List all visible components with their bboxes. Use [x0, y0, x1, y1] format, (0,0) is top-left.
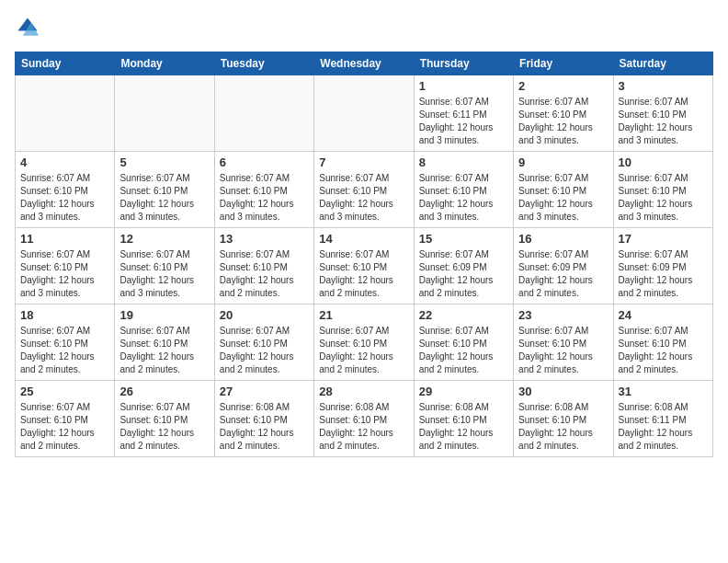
day-number: 15	[419, 232, 508, 246]
calendar-day-cell: 27Sunrise: 6:08 AM Sunset: 6:10 PM Dayli…	[214, 381, 313, 457]
weekday-header: Friday	[514, 52, 613, 75]
calendar-day-cell: 12Sunrise: 6:07 AM Sunset: 6:10 PM Dayli…	[115, 228, 214, 304]
calendar-day-cell: 2Sunrise: 6:07 AM Sunset: 6:10 PM Daylig…	[514, 75, 613, 152]
day-info: Sunrise: 6:08 AM Sunset: 6:10 PM Dayligh…	[419, 401, 508, 453]
calendar-day-cell	[16, 75, 115, 152]
day-number: 8	[419, 155, 508, 169]
calendar-day-cell: 24Sunrise: 6:07 AM Sunset: 6:10 PM Dayli…	[613, 304, 712, 381]
calendar-day-cell: 15Sunrise: 6:07 AM Sunset: 6:09 PM Dayli…	[414, 228, 513, 304]
day-number: 1	[419, 79, 508, 93]
page-header	[15, 15, 713, 40]
logo-icon	[15, 15, 40, 40]
day-info: Sunrise: 6:07 AM Sunset: 6:10 PM Dayligh…	[518, 172, 608, 224]
calendar-day-cell: 26Sunrise: 6:07 AM Sunset: 6:10 PM Dayli…	[115, 381, 214, 457]
day-number: 14	[319, 232, 408, 246]
day-info: Sunrise: 6:08 AM Sunset: 6:10 PM Dayligh…	[319, 401, 408, 453]
day-info: Sunrise: 6:07 AM Sunset: 6:10 PM Dayligh…	[419, 325, 508, 376]
day-info: Sunrise: 6:08 AM Sunset: 6:10 PM Dayligh…	[220, 401, 309, 453]
calendar-day-cell: 14Sunrise: 6:07 AM Sunset: 6:10 PM Dayli…	[314, 228, 414, 304]
calendar-day-cell: 4Sunrise: 6:07 AM Sunset: 6:10 PM Daylig…	[16, 152, 115, 228]
day-number: 25	[20, 385, 109, 398]
calendar-day-cell: 19Sunrise: 6:07 AM Sunset: 6:10 PM Dayli…	[115, 304, 214, 381]
calendar-day-cell: 28Sunrise: 6:08 AM Sunset: 6:10 PM Dayli…	[314, 381, 414, 457]
day-info: Sunrise: 6:07 AM Sunset: 6:10 PM Dayligh…	[518, 96, 608, 147]
day-info: Sunrise: 6:08 AM Sunset: 6:10 PM Dayligh…	[518, 401, 608, 453]
calendar-day-cell: 31Sunrise: 6:08 AM Sunset: 6:11 PM Dayli…	[613, 381, 712, 457]
day-number: 7	[319, 155, 408, 169]
day-number: 11	[20, 232, 109, 246]
day-number: 2	[518, 79, 608, 93]
day-number: 30	[518, 385, 608, 398]
calendar-day-cell: 23Sunrise: 6:07 AM Sunset: 6:10 PM Dayli…	[514, 304, 613, 381]
weekday-header: Thursday	[414, 52, 513, 75]
day-number: 19	[119, 308, 209, 322]
day-number: 4	[20, 155, 109, 169]
day-number: 24	[619, 308, 708, 322]
day-info: Sunrise: 6:07 AM Sunset: 6:10 PM Dayligh…	[119, 325, 209, 376]
day-number: 16	[518, 232, 608, 246]
day-number: 6	[220, 155, 309, 169]
day-number: 13	[220, 232, 309, 246]
day-info: Sunrise: 6:07 AM Sunset: 6:10 PM Dayligh…	[319, 248, 408, 300]
day-info: Sunrise: 6:07 AM Sunset: 6:10 PM Dayligh…	[518, 325, 608, 376]
calendar-day-cell: 5Sunrise: 6:07 AM Sunset: 6:10 PM Daylig…	[115, 152, 214, 228]
day-number: 12	[119, 232, 209, 246]
calendar-day-cell: 30Sunrise: 6:08 AM Sunset: 6:10 PM Dayli…	[514, 381, 613, 457]
day-number: 29	[419, 385, 508, 398]
day-info: Sunrise: 6:07 AM Sunset: 6:10 PM Dayligh…	[619, 325, 708, 376]
calendar-day-cell	[314, 75, 414, 152]
day-number: 28	[319, 385, 408, 398]
day-number: 27	[220, 385, 309, 398]
day-info: Sunrise: 6:07 AM Sunset: 6:11 PM Dayligh…	[419, 96, 508, 147]
calendar-day-cell: 9Sunrise: 6:07 AM Sunset: 6:10 PM Daylig…	[514, 152, 613, 228]
calendar-day-cell: 3Sunrise: 6:07 AM Sunset: 6:10 PM Daylig…	[613, 75, 712, 152]
day-info: Sunrise: 6:07 AM Sunset: 6:09 PM Dayligh…	[419, 248, 508, 300]
calendar-day-cell: 11Sunrise: 6:07 AM Sunset: 6:10 PM Dayli…	[16, 228, 115, 304]
calendar-week-row: 25Sunrise: 6:07 AM Sunset: 6:10 PM Dayli…	[16, 381, 713, 457]
calendar-day-cell: 25Sunrise: 6:07 AM Sunset: 6:10 PM Dayli…	[16, 381, 115, 457]
calendar-week-row: 18Sunrise: 6:07 AM Sunset: 6:10 PM Dayli…	[16, 304, 713, 381]
calendar-day-cell	[214, 75, 313, 152]
calendar-day-cell: 7Sunrise: 6:07 AM Sunset: 6:10 PM Daylig…	[314, 152, 414, 228]
day-info: Sunrise: 6:07 AM Sunset: 6:10 PM Dayligh…	[619, 96, 708, 147]
calendar-day-cell: 22Sunrise: 6:07 AM Sunset: 6:10 PM Dayli…	[414, 304, 513, 381]
day-number: 3	[619, 79, 708, 93]
day-number: 21	[319, 308, 408, 322]
day-info: Sunrise: 6:07 AM Sunset: 6:09 PM Dayligh…	[619, 248, 708, 300]
calendar-week-row: 1Sunrise: 6:07 AM Sunset: 6:11 PM Daylig…	[16, 75, 713, 152]
calendar-day-cell: 20Sunrise: 6:07 AM Sunset: 6:10 PM Dayli…	[214, 304, 313, 381]
day-info: Sunrise: 6:08 AM Sunset: 6:11 PM Dayligh…	[619, 401, 708, 453]
calendar-day-cell: 16Sunrise: 6:07 AM Sunset: 6:09 PM Dayli…	[514, 228, 613, 304]
calendar-day-cell: 10Sunrise: 6:07 AM Sunset: 6:10 PM Dayli…	[613, 152, 712, 228]
day-info: Sunrise: 6:07 AM Sunset: 6:10 PM Dayligh…	[220, 248, 309, 300]
calendar-day-cell: 13Sunrise: 6:07 AM Sunset: 6:10 PM Dayli…	[214, 228, 313, 304]
day-info: Sunrise: 6:07 AM Sunset: 6:10 PM Dayligh…	[20, 325, 109, 376]
day-info: Sunrise: 6:07 AM Sunset: 6:09 PM Dayligh…	[518, 248, 608, 300]
weekday-header: Monday	[115, 52, 214, 75]
day-info: Sunrise: 6:07 AM Sunset: 6:10 PM Dayligh…	[20, 172, 109, 224]
day-number: 5	[119, 155, 209, 169]
calendar-day-cell: 29Sunrise: 6:08 AM Sunset: 6:10 PM Dayli…	[414, 381, 513, 457]
day-info: Sunrise: 6:07 AM Sunset: 6:10 PM Dayligh…	[119, 248, 209, 300]
calendar-day-cell: 21Sunrise: 6:07 AM Sunset: 6:10 PM Dayli…	[314, 304, 414, 381]
calendar-week-row: 11Sunrise: 6:07 AM Sunset: 6:10 PM Dayli…	[16, 228, 713, 304]
weekday-header: Wednesday	[314, 52, 414, 75]
weekday-header: Tuesday	[214, 52, 313, 75]
calendar-week-row: 4Sunrise: 6:07 AM Sunset: 6:10 PM Daylig…	[16, 152, 713, 228]
day-number: 9	[518, 155, 608, 169]
day-info: Sunrise: 6:07 AM Sunset: 6:10 PM Dayligh…	[619, 172, 708, 224]
weekday-header: Saturday	[613, 52, 712, 75]
day-number: 17	[619, 232, 708, 246]
calendar-header-row: SundayMondayTuesdayWednesdayThursdayFrid…	[16, 52, 713, 75]
day-number: 10	[619, 155, 708, 169]
day-info: Sunrise: 6:07 AM Sunset: 6:10 PM Dayligh…	[20, 401, 109, 453]
calendar-day-cell	[115, 75, 214, 152]
calendar-table: SundayMondayTuesdayWednesdayThursdayFrid…	[15, 52, 713, 457]
day-number: 22	[419, 308, 508, 322]
day-number: 23	[518, 308, 608, 322]
logo	[15, 15, 44, 40]
day-info: Sunrise: 6:07 AM Sunset: 6:10 PM Dayligh…	[220, 325, 309, 376]
day-number: 31	[619, 385, 708, 398]
calendar-day-cell: 1Sunrise: 6:07 AM Sunset: 6:11 PM Daylig…	[414, 75, 513, 152]
day-number: 26	[119, 385, 209, 398]
